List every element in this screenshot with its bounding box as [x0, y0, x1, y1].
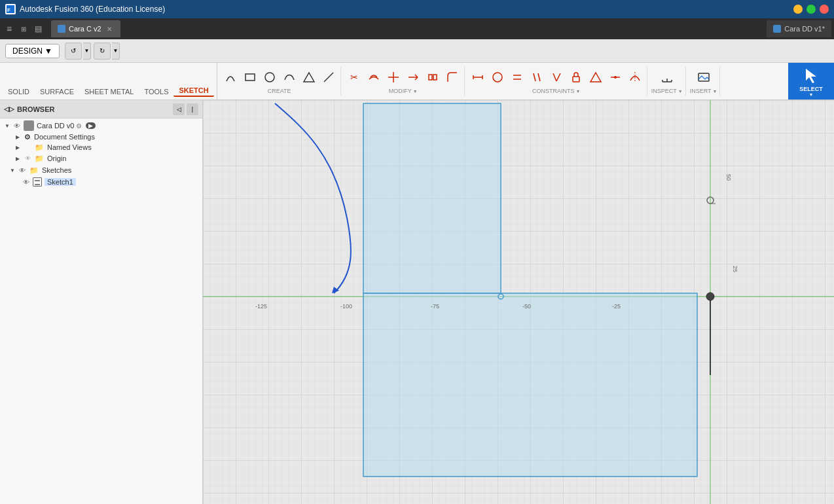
tree-item-root[interactable]: ▼ 👁 Cara DD v0 ⚙ ▶ [0, 120, 202, 132]
insert-image-tool[interactable] [695, 68, 713, 86]
doc-settings-arrow[interactable]: ▶ [13, 132, 22, 141]
modify-text: MODIFY [389, 88, 412, 94]
sketches-label: Sketches [42, 166, 71, 174]
tree-item-sketch1[interactable]: 👁 Sketch1 [0, 176, 202, 188]
modify-icons: ✂ [345, 68, 462, 86]
midpoint-constraint[interactable] [606, 68, 625, 86]
sketches-eye[interactable]: 👁 [17, 165, 27, 175]
tab-tools[interactable]: TOOLS [139, 86, 173, 97]
sketch1-eye[interactable]: 👁 [21, 177, 31, 187]
circle-constraint[interactable] [488, 68, 507, 86]
line-tool[interactable] [319, 68, 338, 86]
fillet-tool[interactable] [443, 68, 462, 86]
rectangle-tool[interactable] [241, 68, 259, 86]
equal-constraint[interactable] [508, 68, 526, 86]
horizontal-constraint[interactable] [469, 68, 487, 86]
insert-label[interactable]: INSERT ▼ [690, 88, 717, 94]
constraints-label[interactable]: CONSTRAINTS ▼ [532, 88, 580, 94]
tab-sketch[interactable]: SKETCH [173, 85, 213, 97]
sketch1-icon [33, 177, 42, 187]
svg-line-20 [538, 73, 540, 81]
grid-background [203, 100, 834, 504]
redo-dropdown[interactable]: ▼ [112, 43, 120, 60]
sketches-arrow[interactable]: ▼ [8, 166, 17, 175]
undo-dropdown[interactable]: ▼ [83, 43, 91, 60]
tab-cara-dd[interactable]: Cara DD v1* [767, 20, 831, 37]
tab-solid[interactable]: SOLID [3, 86, 35, 97]
maximize-btn[interactable] [807, 5, 816, 14]
browser-pin-btn[interactable]: | [187, 103, 198, 115]
insert-dropdown-icon: ▼ [713, 89, 717, 94]
arc-tool[interactable] [221, 68, 240, 86]
curvature-constraint[interactable] [626, 68, 644, 86]
undo-button[interactable]: ↺ [65, 43, 82, 60]
spline-tool[interactable] [280, 68, 299, 86]
file-menu-btn[interactable]: ▤ [31, 22, 45, 35]
main-area: ◁▷ BROWSER ◁ | ▼ 👁 Cara DD v0 ⚙ ▶ ▶ ⚙ [0, 100, 834, 504]
select-dropdown-icon: ▼ [809, 92, 814, 97]
svg-rect-12 [433, 75, 437, 80]
named-views-folder-icon: 📁 [35, 143, 44, 152]
triangle-constraint[interactable] [587, 68, 605, 86]
grid-icon[interactable]: ⊞ [17, 22, 30, 35]
browser-collapse-btn[interactable]: ◁ [173, 103, 185, 115]
select-button[interactable]: SELECT ▼ [788, 63, 834, 99]
split-tool[interactable] [424, 68, 442, 86]
close-btn[interactable] [820, 5, 829, 14]
inspect-icons [658, 68, 676, 86]
pattern-tool[interactable] [384, 68, 403, 86]
lock-constraint[interactable] [567, 68, 585, 86]
inspect-text: INSPECT [651, 88, 677, 94]
tree-item-doc-settings[interactable]: ▶ ⚙ Document Settings [0, 132, 202, 142]
doc-settings-label: Document Settings [34, 133, 95, 141]
constraints-icons [469, 68, 644, 86]
origin-eye[interactable]: 👁 [22, 153, 33, 164]
design-label: DESIGN [12, 46, 43, 56]
modify-label[interactable]: MODIFY ▼ [389, 88, 418, 94]
root-visibility-eye[interactable]: 👁 [12, 120, 22, 131]
extend-tool[interactable] [404, 68, 422, 86]
root-settings-icon[interactable]: ⚙ [74, 121, 83, 130]
svg-line-22 [556, 73, 560, 81]
tree-item-named-views[interactable]: ▶ 📁 Named Views [0, 142, 202, 153]
svg-rect-11 [429, 75, 432, 80]
measure-tool[interactable] [658, 68, 676, 86]
tree-item-origin[interactable]: ▶ 👁 📁 Origin [0, 153, 202, 164]
inspect-label[interactable]: INSPECT ▼ [651, 88, 683, 94]
tab-sheet-metal[interactable]: SHEET METAL [79, 86, 139, 97]
polygon-tool[interactable] [300, 68, 318, 86]
origin-arrow[interactable]: ▶ [13, 154, 22, 163]
named-views-arrow[interactable]: ▶ [13, 143, 22, 152]
tab-cara-c-close[interactable]: ✕ [105, 24, 114, 33]
tab-cara-c[interactable]: Cara C v2 ✕ [51, 20, 120, 37]
tab-surface[interactable]: SURFACE [35, 86, 79, 97]
redo-button[interactable]: ↻ [94, 43, 111, 60]
minimize-btn[interactable] [793, 5, 803, 14]
design-button[interactable]: DESIGN ▼ [5, 44, 60, 58]
tab-bar: ≡ ⊞ ▤ Cara C v2 ✕ Cara DD v1* [0, 18, 834, 39]
insert-text: INSERT [690, 88, 712, 94]
origin-label: Origin [47, 154, 66, 162]
constraints-section: CONSTRAINTS ▼ [466, 67, 647, 96]
svg-line-21 [553, 73, 556, 81]
parallel-constraint[interactable] [528, 68, 546, 86]
trim-tool[interactable]: ✂ [345, 68, 363, 86]
tree-item-sketches[interactable]: ▼ 👁 📁 Sketches [0, 164, 202, 176]
browser-panel: ◁▷ BROWSER ◁ | ▼ 👁 Cara DD v0 ⚙ ▶ ▶ ⚙ [0, 100, 203, 504]
create-icons [221, 68, 338, 86]
modify-section: ✂ MODIFY ▼ [342, 67, 465, 96]
svg-rect-38 [203, 100, 834, 504]
viewport[interactable]: -125 -100 -75 -50 -25 50 25 [203, 100, 834, 504]
root-expand-arrow[interactable]: ▼ [3, 121, 12, 130]
tab-cara-c-icon [58, 25, 65, 33]
toolbar-row2: SOLID SURFACE SHEET METAL TOOLS SKETCH [0, 63, 834, 99]
app-title: Autodesk Fusion 360 (Education License) [20, 5, 165, 14]
app-menu-icon[interactable]: ≡ [3, 22, 16, 35]
browser-title: ◁▷ BROWSER [4, 105, 54, 113]
root-icon [24, 120, 34, 131]
perpendicular-constraint[interactable] [547, 68, 566, 86]
create-label[interactable]: CREATE [268, 88, 291, 94]
circle-tool[interactable] [261, 68, 279, 86]
svg-marker-24 [590, 73, 601, 82]
offset-tool[interactable] [365, 68, 383, 86]
